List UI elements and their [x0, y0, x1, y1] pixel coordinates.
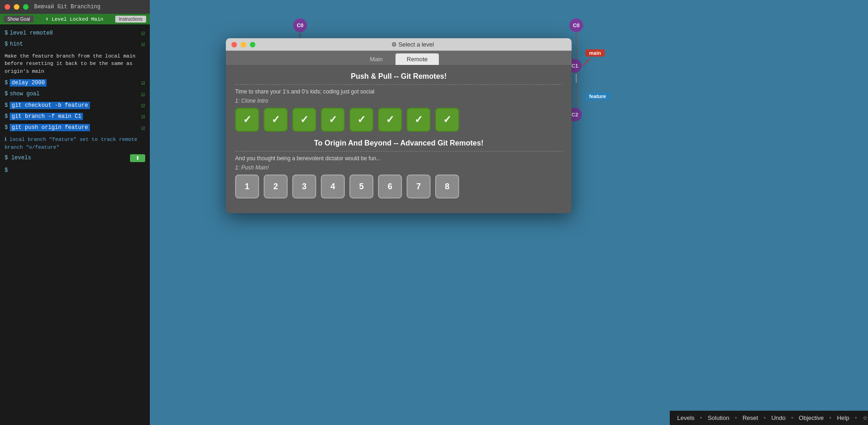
modal-tabs: Main Remote — [226, 51, 572, 65]
check-icon-2: ☑ — [142, 39, 145, 49]
tab-main[interactable]: Main — [359, 53, 394, 65]
terminal-panel: Вивчай Git Branching Show Goal ⬆ Level L… — [0, 0, 150, 425]
lock-icon: ⬆ — [46, 17, 49, 22]
level-btn-c5[interactable]: ✓ — [349, 108, 373, 132]
terminal-title: Вивчай Git Branching — [34, 4, 100, 10]
level-btn-6[interactable]: 6 — [378, 175, 402, 198]
check-icon-4: ☑ — [142, 89, 145, 99]
git-node-c0-right: C0 — [569, 18, 583, 32]
toolbar-levels[interactable]: Levels — [677, 414, 695, 421]
level-btn-c1[interactable]: ✓ — [235, 108, 259, 132]
cmd-dollar-6: $git branch -f main C1 — [5, 112, 83, 121]
levels-cmd-text: $ levels — [5, 154, 31, 163]
level-btn-2[interactable]: 2 — [264, 175, 288, 198]
numbered-levels-row: 1 2 3 4 5 6 7 8 — [235, 175, 562, 198]
cmd-dollar: $level remote8 — [5, 29, 53, 38]
modal-maximize-button[interactable] — [250, 42, 255, 47]
level-btn-c3[interactable]: ✓ — [292, 108, 316, 132]
cmd-dollar-4: $show goal — [5, 90, 40, 99]
cmd-dollar-5: $git checkout -b feature — [5, 101, 90, 110]
command-delay: $delay 2000 ☑ — [5, 78, 145, 88]
level-btn-8[interactable]: 8 — [435, 175, 459, 198]
section-level-start-2: 1: Push Main! — [235, 164, 562, 171]
level-btn-c6[interactable]: ✓ — [378, 108, 402, 132]
section-subtitle-1: Time to share your 1's and 0's kids; cod… — [235, 88, 562, 95]
modal-body: Push & Pull -- Git Remotes! Time to shar… — [226, 65, 572, 213]
section-title-1: Push & Pull -- Git Remotes! — [235, 72, 562, 81]
main-branch-label: main — [585, 49, 605, 57]
tab-remote[interactable]: Remote — [396, 53, 439, 65]
modal-minimize-button[interactable] — [241, 42, 246, 47]
toolbar-objective[interactable]: Objective — [799, 414, 824, 421]
terminal-titlebar: Вивчай Git Branching — [0, 0, 150, 14]
check-icon-7: ☑ — [142, 123, 145, 133]
section-advanced: To Origin And Beyond -- Advanced Git Rem… — [235, 139, 562, 198]
check-icon-1: ☑ — [142, 28, 145, 38]
command-showgoal: $show goal ☑ — [5, 89, 145, 99]
info-icon: ℹ — [5, 137, 6, 142]
bottom-toolbar: Levels • Solution • Reset • Undo • Objec… — [670, 411, 868, 425]
maximize-button[interactable] — [23, 4, 29, 10]
toolbar-reset[interactable]: Reset — [743, 414, 758, 421]
level-btn-c2[interactable]: ✓ — [264, 108, 288, 132]
tracking-text: ℹ local branch "feature" set to track re… — [5, 136, 145, 151]
level-bar: Show Goal ⬆ Level Locked Main Instructio… — [0, 14, 150, 24]
level-btn-5[interactable]: 5 — [349, 175, 373, 198]
level-btn-c4[interactable]: ✓ — [321, 108, 345, 132]
modal-title: ⚙ Select a level — [259, 41, 566, 48]
command-line-1: $level remote8 ☑ — [5, 28, 145, 38]
cmd-dollar-3: $delay 2000 — [5, 79, 47, 87]
toolbar-undo[interactable]: Undo — [771, 414, 785, 421]
modal-titlebar: ⚙ Select a level — [226, 38, 572, 51]
section-push-pull: Push & Pull -- Git Remotes! Time to shar… — [235, 72, 562, 132]
check-icon-6: ☑ — [142, 111, 145, 122]
section-subtitle-2: And you thought being a benevolent dicta… — [235, 155, 562, 162]
instructions-button[interactable]: Instructions — [115, 16, 146, 23]
toolbar-solution[interactable]: Solution — [708, 414, 729, 421]
section-level-start-1: 1: Clone Intro — [235, 98, 562, 104]
terminal-body: $level remote8 ☑ $hint ☑ Make the featur… — [0, 24, 150, 179]
level-btn-1[interactable]: 1 — [235, 175, 259, 198]
cmd-dollar-2: $hint — [5, 40, 23, 49]
git-node-c0-left: C0 — [293, 18, 307, 32]
level-btn-7[interactable]: 7 — [407, 175, 431, 198]
command-push: $git push origin feature ☑ — [5, 123, 145, 133]
minimize-button[interactable] — [14, 4, 19, 10]
prompt-line: $ — [5, 166, 145, 175]
command-line-2: $hint ☑ — [5, 39, 145, 49]
modal-close-button[interactable] — [231, 42, 237, 47]
levels-btn[interactable]: ⬆ — [130, 154, 145, 162]
feature-branch-label: feature — [585, 93, 610, 100]
check-icon-5: ☑ — [142, 100, 145, 111]
level-label: ⬆ Level Locked Main — [46, 16, 103, 22]
modal-window: ⚙ Select a level Main Remote Push & Pull… — [226, 38, 572, 213]
command-checkout: $git checkout -b feature ☑ — [5, 100, 145, 111]
section-title-2: To Origin And Beyond -- Advanced Git Rem… — [235, 139, 562, 147]
completed-levels-row: ✓ ✓ ✓ ✓ ✓ ✓ ✓ ✓ — [235, 108, 562, 132]
level-btn-3[interactable]: 3 — [292, 175, 316, 198]
show-goal-button[interactable]: Show Goal — [4, 16, 34, 23]
command-branch: $git branch -f main C1 ☑ — [5, 111, 145, 122]
levels-line: $ levels ⬆ — [5, 154, 145, 163]
level-btn-c8[interactable]: ✓ — [435, 108, 459, 132]
check-icon-3: ☑ — [142, 78, 145, 88]
cmd-dollar-7: $git push origin feature — [5, 123, 90, 132]
close-button[interactable] — [5, 4, 10, 10]
info-text: Make the feature branch from the local m… — [5, 52, 145, 76]
toolbar-star[interactable]: ☆ — [862, 414, 868, 421]
level-btn-c7[interactable]: ✓ — [407, 108, 431, 132]
toolbar-help[interactable]: Help — [837, 414, 850, 421]
level-btn-4[interactable]: 4 — [321, 175, 345, 198]
